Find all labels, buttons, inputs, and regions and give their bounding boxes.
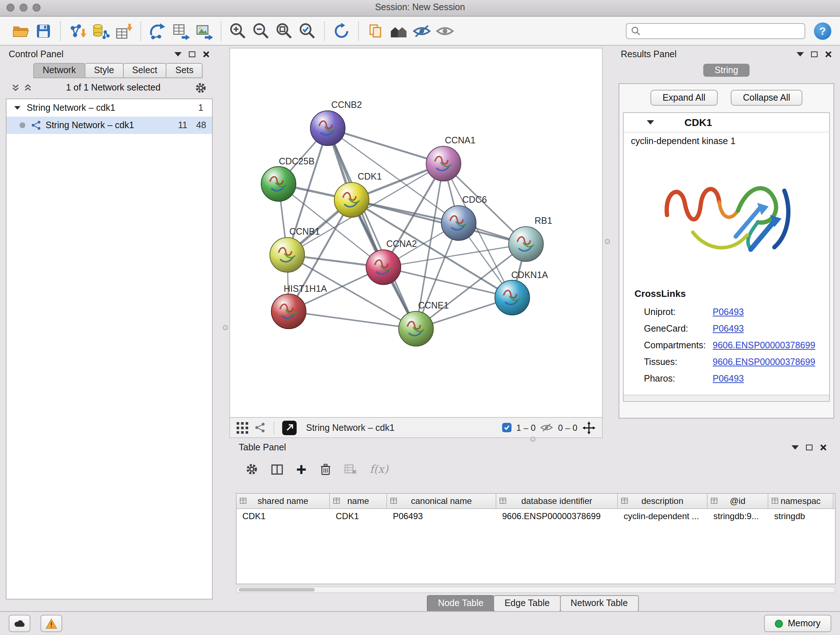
column-header-name[interactable]: name: [330, 494, 387, 508]
float-panel-button[interactable]: [811, 51, 818, 57]
zoom-selected-button[interactable]: [296, 19, 319, 42]
import-network-database-button[interactable]: [89, 19, 112, 42]
network-edge[interactable]: [289, 311, 416, 329]
expand-all-icon[interactable]: [24, 83, 32, 92]
delete-column-icon[interactable]: [320, 463, 332, 475]
table-gear-icon[interactable]: [245, 463, 258, 476]
crosslink-link[interactable]: 9606.ENSP00000378699: [713, 340, 815, 350]
tab-string[interactable]: String: [703, 64, 750, 77]
open-session-button[interactable]: [9, 19, 32, 42]
close-panel-button[interactable]: [202, 51, 210, 58]
network-node-ccnb1[interactable]: CCNB1: [270, 226, 320, 272]
duplicate-page-button[interactable]: [364, 19, 387, 42]
minimize-window-button[interactable]: [19, 4, 27, 11]
export-image-button[interactable]: [193, 19, 216, 42]
network-node-ccnb2[interactable]: CCNB2: [310, 100, 362, 146]
zoom-fit-button[interactable]: [273, 19, 296, 42]
tab-edge-table[interactable]: Edge Table: [494, 595, 561, 612]
close-panel-button[interactable]: [820, 444, 827, 451]
table-row[interactable]: CDK1CDK1P064939606.ENSP00000378699cyclin…: [237, 509, 835, 524]
network-edge[interactable]: [352, 200, 526, 244]
network-node-rb1[interactable]: RB1: [508, 215, 552, 261]
table-cell[interactable]: cyclin-dependent ...: [618, 511, 707, 521]
show-style-button[interactable]: [433, 19, 456, 42]
section-collapse-caret-icon[interactable]: [647, 120, 654, 125]
network-edge[interactable]: [384, 267, 512, 298]
crosslink-link[interactable]: 9606.ENSP00000378699: [713, 356, 815, 367]
table-cell[interactable]: stringdb:9...: [707, 511, 768, 521]
share-network-icon[interactable]: [255, 422, 265, 433]
collapse-all-icon[interactable]: [11, 83, 19, 92]
detach-view-button[interactable]: [282, 420, 297, 435]
table-cell[interactable]: 9606.ENSP00000378699: [496, 511, 618, 521]
add-column-icon[interactable]: [296, 464, 307, 475]
column-header-description[interactable]: description: [618, 494, 707, 508]
network-node-cdkn1a[interactable]: CDKN1A: [495, 270, 548, 315]
tab-network-table[interactable]: Network Table: [560, 595, 638, 612]
tree-expand-caret-icon[interactable]: [14, 106, 21, 110]
network-node-hist1h1a[interactable]: HIST1H1A: [271, 283, 327, 329]
column-header--id[interactable]: @id: [707, 494, 768, 508]
tab-select[interactable]: Select: [123, 63, 167, 78]
export-table-button[interactable]: [169, 19, 193, 42]
close-panel-button[interactable]: [825, 51, 832, 58]
expand-all-button[interactable]: Expand All: [651, 90, 718, 106]
table-cell[interactable]: stringdb: [768, 511, 834, 521]
zoom-out-button[interactable]: [249, 19, 273, 42]
column-header-namespac[interactable]: namespac: [768, 494, 834, 508]
float-panel-button[interactable]: [189, 51, 195, 57]
birds-eye-grid-icon[interactable]: [237, 422, 248, 433]
houses-button[interactable]: [387, 19, 410, 42]
table-cell[interactable]: CDK1: [237, 511, 330, 521]
network-node-cdc6[interactable]: CDC6: [441, 195, 487, 241]
zoom-in-button[interactable]: [226, 19, 249, 42]
import-table-button[interactable]: [112, 19, 135, 42]
crosslink-link[interactable]: P06493: [713, 307, 744, 317]
cloud-button[interactable]: [9, 615, 30, 632]
network-canvas[interactable]: CCNB2CCNA1CDC25BCDK1CDC6RB1CCNB1CCNA2CDK…: [230, 49, 602, 417]
float-panel-button[interactable]: [806, 445, 813, 450]
tab-sets[interactable]: Sets: [166, 63, 203, 78]
tab-node-table[interactable]: Node Table: [427, 595, 494, 612]
scrollbar-thumb[interactable]: [239, 588, 315, 592]
network-collection-row[interactable]: String Network – cdk1 1: [6, 99, 212, 117]
pan-move-icon[interactable]: [583, 421, 595, 434]
select-columns-icon[interactable]: [271, 464, 283, 475]
save-session-button[interactable]: [32, 19, 55, 42]
import-network-file-button[interactable]: [66, 19, 89, 42]
panel-menu-caret-icon[interactable]: [797, 52, 804, 57]
search-input[interactable]: [644, 25, 800, 36]
table-cell[interactable]: P06493: [387, 511, 496, 521]
network-row-selected[interactable]: String Network – cdk1 11 48: [6, 117, 212, 134]
memory-button[interactable]: Memory: [764, 615, 831, 632]
panel-menu-caret-icon[interactable]: [791, 445, 799, 450]
crosslink-link[interactable]: P06493: [713, 373, 744, 383]
column-header-canonical-name[interactable]: canonical name: [387, 494, 496, 508]
gear-icon[interactable]: [195, 81, 207, 94]
table-cell[interactable]: CDK1: [330, 511, 387, 521]
zoom-window-button[interactable]: [33, 4, 41, 11]
results-scrollbar[interactable]: [624, 394, 829, 401]
close-window-button[interactable]: [6, 4, 14, 11]
column-header-shared-name[interactable]: shared name: [237, 494, 330, 508]
table-scrollbar[interactable]: [236, 586, 836, 593]
tab-style[interactable]: Style: [85, 63, 124, 78]
apply-layout-button[interactable]: [330, 19, 353, 42]
warnings-button[interactable]: [41, 615, 62, 632]
splitter-grip[interactable]: [223, 325, 228, 330]
network-node-ccna1[interactable]: CCNA1: [426, 135, 475, 181]
collapse-all-button[interactable]: Collapse All: [731, 90, 803, 106]
panel-menu-caret-icon[interactable]: [174, 52, 182, 57]
function-builder-button[interactable]: f(x): [370, 463, 388, 476]
splitter-grip[interactable]: [605, 239, 610, 244]
column-header-database-identifier[interactable]: database identifier: [496, 494, 618, 508]
crosslink-link[interactable]: P06493: [713, 323, 744, 333]
network-edge[interactable]: [328, 128, 416, 329]
network-edge[interactable]: [328, 128, 444, 164]
tab-network[interactable]: Network: [33, 63, 85, 78]
help-button[interactable]: ?: [814, 22, 831, 40]
delete-table-icon[interactable]: [344, 464, 357, 474]
network-node-cdk1[interactable]: CDK1: [334, 171, 382, 217]
new-network-button[interactable]: [146, 19, 169, 42]
selected-checkbox-icon[interactable]: [502, 423, 511, 432]
